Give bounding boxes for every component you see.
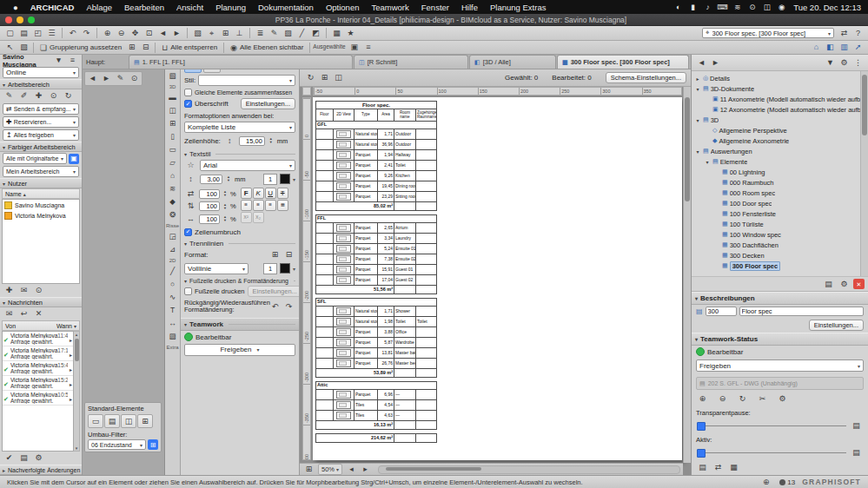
line-color-swatch[interactable] [280, 263, 290, 274]
apple-menu-icon[interactable]: ● [7, 3, 24, 12]
nav-back-icon[interactable]: ◄ [695, 57, 708, 69]
mark-read-icon[interactable]: ✔ [3, 452, 16, 464]
keyboard-icon[interactable]: ⌨ [718, 2, 727, 13]
schedule-row[interactable]: Parquet7,38Ensuite 02 [316, 254, 437, 265]
panel-settings-icon[interactable]: ⚙ [838, 279, 851, 290]
dock-panel-icon[interactable]: ▤ [822, 279, 835, 290]
messages-when-column[interactable]: Wann [56, 323, 72, 329]
wall-tool[interactable]: ▬ [166, 91, 180, 103]
schedule-row[interactable]: Parquet3,88Office [316, 327, 437, 338]
message-scrollbar[interactable]: ▴ ▾ [74, 331, 80, 452]
zoom-level[interactable]: 50%▾ [318, 464, 342, 475]
marquee-icon[interactable]: ▧ [17, 42, 30, 53]
attach-xref-icon[interactable]: ⊕ [696, 393, 709, 405]
teamwork-sync-icon[interactable]: ⇄ [838, 28, 851, 39]
trace-reference-icon[interactable]: ▤ [696, 462, 709, 473]
schedule-row[interactable]: Parquet6,96— [316, 390, 437, 400]
schedule-row[interactable]: Tiles4,63— [316, 411, 437, 421]
tab-3d[interactable]: ◧[3D / Alle] [469, 55, 556, 69]
renovation-options-icon[interactable]: ⊞ [148, 439, 158, 450]
find-select-icon[interactable]: ⌖ [205, 28, 218, 39]
menu-ablage[interactable]: Ablage [80, 3, 118, 12]
tree-3d[interactable]: ▾▤3D [692, 115, 868, 125]
tree-3d-dokumente[interactable]: ▾▤3D-Dokumente [692, 83, 868, 94]
release-button[interactable]: Freigeben▾ [184, 344, 295, 356]
align-center-icon[interactable]: ≡ [253, 200, 264, 211]
xref-settings-icon[interactable]: ⚙ [776, 393, 789, 405]
standard-slab-icon[interactable]: ▤ [104, 414, 120, 428]
style-dropdown[interactable]: ▾ [198, 75, 295, 86]
save-icon[interactable]: ◰ [31, 28, 44, 39]
message-row[interactable]: ✔Victoria Melnykova11:4...Anfrage gewähr… [3, 332, 73, 346]
release-pen-icon[interactable]: ✐ [17, 90, 30, 102]
standard-door-icon[interactable]: ◫ [121, 414, 136, 428]
subscript-icon[interactable]: x₂ [253, 212, 264, 223]
line-spacing-stepper[interactable]: ▲▼ [222, 203, 229, 210]
search-icon[interactable]: ⊙ [747, 2, 757, 13]
undo-format-icon[interactable]: ↶ [268, 301, 282, 313]
nav-more-icon[interactable]: ⋮ [851, 57, 865, 69]
users-name-column[interactable]: Name [5, 191, 22, 197]
rebuild-schedule-icon[interactable]: ↻ [304, 72, 317, 83]
section-arbeitsbereich[interactable]: ▾Arbeitsbereich [0, 79, 82, 89]
display-icon[interactable]: ◐ [673, 2, 683, 13]
row-height-stepper[interactable]: ▲▼ [268, 137, 275, 144]
tree-disclosure-icon[interactable]: ▾ [694, 86, 701, 92]
section-nutzer[interactable]: ▾Nutzer [0, 178, 82, 188]
tree-00-lightning[interactable]: ▦00 Lightning [692, 167, 868, 177]
zoom-in-icon[interactable]: ⊕ [101, 28, 114, 39]
release-dropdown[interactable]: Freigeben▾ [696, 359, 864, 372]
reserve-pen-icon[interactable]: ✎ [3, 90, 16, 102]
tree-100-fensterliste[interactable]: ▦100 Fensterliste [692, 208, 868, 219]
door-tool[interactable]: ◫ [166, 104, 180, 116]
message-row[interactable]: ✔Victoria Melnykova10:5...Anfrage gewähr… [3, 391, 73, 406]
favorite-star-icon[interactable]: ☆ [184, 160, 197, 171]
align-left-icon[interactable]: ≡ [241, 200, 252, 211]
print-icon[interactable]: ☰ [45, 28, 58, 39]
tree-details[interactable]: ▸◎Details [692, 73, 868, 83]
suspend-groups-button[interactable]: ❏ Gruppierung aussetzen [36, 42, 125, 53]
menu-hilfe[interactable]: Hilfe [455, 3, 484, 12]
outer-border-icon[interactable]: ⊞ [268, 249, 282, 260]
header-checkbox[interactable]: ✓Überschrift Einstellungen... [181, 98, 299, 109]
font-size-input[interactable] [200, 175, 222, 184]
menu-dokumentation[interactable]: Dokumentation [252, 3, 320, 12]
redo-icon[interactable]: ↷ [80, 28, 93, 39]
online-status-dropdown[interactable]: Online▾ [3, 67, 79, 78]
schedule-row[interactable]: Tiles4,54— [316, 400, 437, 411]
section-beschreibungen[interactable]: ▾Beschreibungen [692, 292, 868, 305]
archive-icon[interactable]: ▤ [17, 452, 30, 464]
section-nachverfolgte-aenderungen[interactable]: ▸Nachverfolgte Änderungen [0, 465, 82, 475]
schedule-row[interactable]: Parquet26,76Master bed [316, 359, 437, 369]
schedule-row[interactable]: Parquet15,91Guest 01 [316, 265, 437, 275]
schedule-row[interactable]: Parquet17,04Guest 02 [316, 275, 437, 286]
marquee-select-icon[interactable]: ▧ [191, 28, 204, 39]
line-pen-input[interactable]: 1 [263, 263, 277, 274]
pager-right-icon[interactable]: ▸ [359, 464, 372, 475]
unlock-all-button[interactable]: ⊔ Alle entsperren [158, 42, 221, 53]
transparency-slider[interactable]: ▤ [692, 420, 868, 432]
close-window-button[interactable] [5, 16, 12, 23]
zoom-out-icon[interactable]: ⊖ [115, 28, 128, 39]
format-apply-dropdown[interactable]: Komplette Liste▾ [184, 122, 295, 133]
tree-11-axonometrie[interactable]: ▣11 Axonometrie (Modell automatisch wied… [692, 94, 868, 104]
arrow-icon[interactable]: ↖ [3, 42, 17, 53]
palette-menu-icon[interactable]: ≡ [66, 55, 79, 66]
schedule-name-field[interactable] [739, 307, 864, 316]
tree-disclosure-icon[interactable]: ▸ [694, 76, 701, 82]
back-arrow-icon[interactable]: ◄ [86, 73, 99, 84]
tree-000-room-spec[interactable]: ▦000 Room spec [692, 188, 868, 198]
new-message-icon[interactable]: ✉ [3, 308, 16, 320]
section-nachrichten[interactable]: ▾Nachrichten [0, 297, 82, 307]
view-workspace-icon[interactable]: ⊙ [47, 90, 60, 102]
view-map-icon[interactable]: ◧ [824, 42, 837, 53]
schedule-sheet[interactable]: Floor spec.Floor2D ViewTypeAreaRoom name… [313, 97, 682, 460]
align-justify-icon[interactable]: ≣ [277, 200, 288, 211]
section-teamwork[interactable]: ▾Teamwork [181, 318, 299, 331]
user-row[interactable]: Savino Musciagna [3, 200, 79, 210]
zoom-options-icon[interactable]: ⊞ [302, 464, 315, 475]
italic-button[interactable]: K [253, 188, 264, 199]
width-factor-stepper[interactable]: ▲▼ [222, 215, 229, 222]
online-users[interactable]: 13 [779, 478, 795, 486]
menu-planung-extras[interactable]: Planung Extras [484, 3, 552, 12]
